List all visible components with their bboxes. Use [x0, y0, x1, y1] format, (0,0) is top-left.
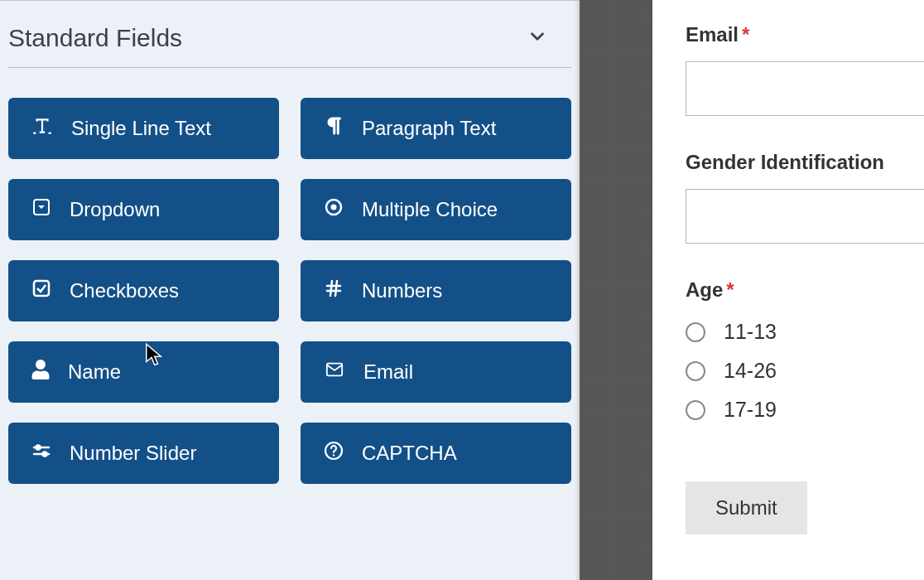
label-text: Email	[686, 23, 739, 46]
field-label: CAPTCHA	[362, 442, 457, 465]
dropdown-icon	[31, 197, 51, 222]
radio-label: 11-13	[724, 320, 777, 344]
required-asterisk: *	[726, 278, 734, 301]
field-email[interactable]: Email	[301, 341, 571, 403]
field-paragraph-text[interactable]: Paragraph Text	[301, 98, 571, 159]
sliders-icon	[31, 441, 51, 466]
svg-point-12	[36, 446, 41, 450]
radio-option[interactable]: 17-19	[686, 398, 924, 422]
section-title: Standard Fields	[8, 24, 182, 52]
field-label: Single Line Text	[71, 117, 211, 140]
field-multiple-choice[interactable]: Multiple Choice	[301, 179, 571, 240]
radio-icon	[324, 197, 344, 222]
fields-panel: Standard Fields Single Line Text Paragra…	[0, 0, 580, 580]
section-header[interactable]: Standard Fields	[8, 1, 571, 68]
radio-icon[interactable]	[686, 361, 705, 381]
form-group-gender: Gender Identification	[686, 151, 924, 244]
radio-label: 14-26	[724, 359, 777, 383]
radio-label: 17-19	[724, 398, 777, 422]
field-grid: Single Line Text Paragraph Text Dropdown…	[8, 98, 571, 484]
form-group-email: Email*	[686, 23, 924, 116]
field-numbers[interactable]: Numbers	[301, 260, 571, 321]
field-label: Dropdown	[70, 198, 160, 221]
svg-line-8	[330, 281, 332, 296]
gender-input[interactable]	[686, 189, 924, 244]
field-captcha[interactable]: CAPTCHA	[301, 423, 571, 484]
svg-point-14	[43, 452, 47, 457]
field-label: Email	[363, 360, 413, 384]
text-icon	[31, 115, 53, 142]
email-label: Email*	[686, 23, 749, 46]
field-label: Multiple Choice	[362, 198, 498, 221]
divider-strip	[580, 0, 652, 580]
label-text: Age	[686, 278, 723, 301]
hash-icon	[324, 278, 344, 303]
gender-label: Gender Identification	[686, 151, 884, 174]
envelope-icon	[324, 360, 345, 384]
user-icon	[31, 360, 50, 384]
field-label: Paragraph Text	[362, 117, 496, 140]
field-label: Number Slider	[70, 442, 196, 465]
paragraph-icon	[324, 116, 344, 141]
svg-point-16	[333, 454, 334, 456]
checkbox-icon	[31, 278, 51, 303]
radio-option[interactable]: 14-26	[686, 359, 924, 383]
form-preview: Email* Gender Identification Age* 11-13 …	[652, 0, 924, 580]
email-input[interactable]	[686, 61, 924, 116]
field-dropdown[interactable]: Dropdown	[8, 179, 279, 240]
chevron-down-icon[interactable]	[527, 26, 548, 51]
age-label: Age*	[686, 278, 734, 302]
field-name[interactable]: Name	[8, 341, 279, 403]
form-group-age: Age* 11-13 14-26 17-19	[686, 278, 924, 422]
age-radio-list: 11-13 14-26 17-19	[686, 320, 924, 422]
required-asterisk: *	[742, 23, 749, 46]
field-checkboxes[interactable]: Checkboxes	[8, 260, 279, 321]
radio-icon[interactable]	[686, 400, 705, 420]
field-label: Numbers	[362, 279, 442, 302]
submit-button[interactable]: Submit	[686, 481, 807, 534]
svg-rect-5	[34, 281, 49, 296]
svg-line-9	[335, 281, 337, 296]
radio-option[interactable]: 11-13	[686, 320, 924, 344]
field-single-line-text[interactable]: Single Line Text	[8, 98, 279, 159]
svg-rect-0	[33, 133, 36, 134]
svg-point-4	[331, 205, 337, 210]
field-number-slider[interactable]: Number Slider	[8, 423, 279, 484]
question-icon	[324, 441, 344, 466]
field-label: Checkboxes	[70, 279, 179, 302]
radio-icon[interactable]	[686, 322, 705, 342]
field-label: Name	[68, 360, 121, 384]
svg-rect-1	[49, 133, 51, 134]
